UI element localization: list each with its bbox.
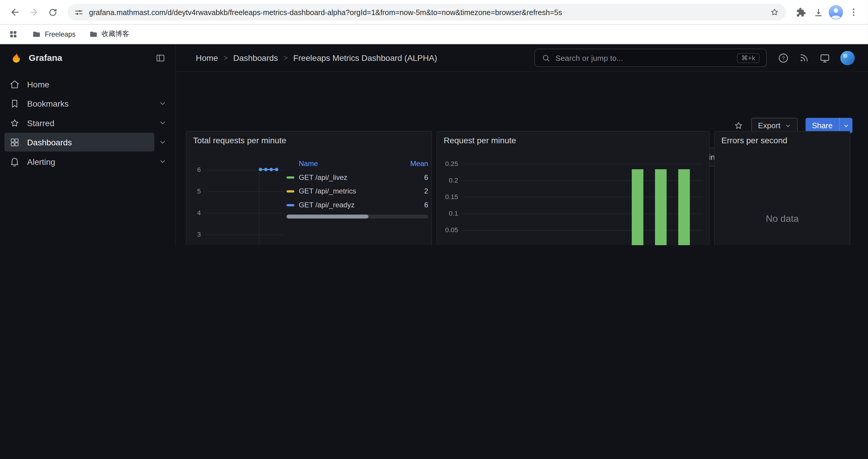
dashboard-header: Home > Dashboards > Freeleaps Metrics Da… [176, 44, 868, 72]
legend-value: 6 [395, 201, 428, 209]
y-axis-tick: 5 [186, 188, 201, 195]
gridline [203, 170, 284, 170]
breadcrumb-current: Freeleaps Metrics Dashboard (ALPHA) [293, 53, 437, 63]
favorite-star-icon[interactable] [734, 121, 744, 131]
reload-button[interactable] [43, 3, 62, 22]
sidebar-item-alerting[interactable]: Alerting [4, 152, 171, 171]
help-icon[interactable]: ? [778, 52, 789, 63]
breadcrumb: Home > Dashboards > Freeleaps Metrics Da… [196, 53, 437, 63]
screen: grafana.mathmast.com/d/deytv4rwavabkb/fr… [0, 0, 868, 245]
apps-grid-icon [9, 137, 20, 147]
no-data-message: No data [715, 154, 850, 245]
monitor-icon[interactable] [819, 52, 830, 63]
gridline [462, 164, 703, 164]
legend-column-header[interactable]: Mean [395, 159, 428, 167]
forward-button[interactable] [24, 3, 43, 22]
chevron-down-icon[interactable] [154, 119, 171, 127]
y-axis-tick: 4 [186, 209, 201, 217]
svg-text:?: ? [782, 55, 785, 61]
breadcrumb-dashboards[interactable]: Dashboards [233, 53, 278, 63]
bar [655, 169, 666, 245]
sidebar-collapse-icon[interactable] [155, 53, 165, 63]
sidebar-item-starred[interactable]: Starred [4, 113, 171, 132]
panel-title[interactable]: Errors per second [721, 136, 787, 145]
bookmark-folder-freeleaps[interactable]: Freeleaps [32, 30, 75, 38]
brand-row: Grafana [0, 44, 176, 72]
chevron-down-icon[interactable] [154, 138, 171, 146]
sidebar-item-dashboards[interactable]: Dashboards [4, 133, 171, 152]
legend-value: 6 [395, 173, 428, 182]
browser-toolbar: grafana.mathmast.com/d/deytv4rwavabkb/fr… [0, 0, 868, 24]
share-label: Share [812, 121, 833, 130]
search-shortcut-badge: ⌘+k [737, 53, 760, 63]
panel-total-requests-per-minute: Total requests per minute NameMeanGET /a… [186, 131, 432, 245]
y-axis-tick: 0.15 [437, 193, 458, 201]
y-axis-tick: 0.2 [437, 176, 458, 184]
sidebar-item-label: Alerting [27, 157, 55, 166]
legend-table: NameMeanGET /api/_livez6GET /api/_metric… [286, 156, 428, 212]
series-color-swatch [286, 190, 294, 192]
browser-menu-icon[interactable] [845, 3, 862, 21]
legend-series-name: GET /api/_livez [286, 173, 395, 182]
back-button[interactable] [6, 3, 25, 22]
bell-icon [9, 156, 20, 167]
bookmark-folder-blog[interactable]: 收藏博客 [89, 29, 129, 39]
sidebar: Grafana Home Bookmarks [0, 44, 176, 245]
url-text: grafana.mathmast.com/d/deytv4rwavabkb/fr… [89, 8, 764, 16]
breadcrumb-separator: > [284, 54, 288, 62]
star-icon [9, 118, 20, 128]
browser-profile-avatar[interactable] [827, 3, 845, 21]
panel-request-per-minute: Request per minute 2xx Mean: 0.233 Max: … [436, 131, 710, 245]
sidebar-item-bookmarks[interactable]: Bookmarks [4, 94, 171, 113]
search-input[interactable]: Search or jump to... ⌘+k [534, 49, 767, 67]
url-bar[interactable]: grafana.mathmast.com/d/deytv4rwavabkb/fr… [67, 4, 786, 21]
gridline [203, 213, 284, 214]
legend-scrollbar[interactable] [286, 215, 428, 219]
sidebar-item-label: Bookmarks [27, 99, 68, 108]
home-icon [9, 79, 20, 90]
bookmark-label: Freeleaps [45, 30, 75, 38]
bookmarks-bar: Freeleaps 收藏博客 [0, 24, 868, 44]
panel-title[interactable]: Request per minute [444, 136, 516, 145]
legend-row[interactable]: GET /api/_livez6 [286, 170, 428, 184]
bookmark-label: 收藏博客 [102, 29, 129, 39]
series-color-swatch [286, 204, 294, 206]
downloads-icon[interactable] [809, 3, 827, 21]
bookmark-icon [9, 98, 20, 109]
export-label: Export [758, 121, 780, 130]
reload-icon [47, 7, 58, 18]
brand-name: Grafana [29, 53, 62, 63]
legend-series-name: GET /api/_metrics [286, 187, 395, 195]
apps-shortcut-icon[interactable] [8, 28, 19, 39]
gridline [259, 167, 259, 245]
sidebar-item-label: Starred [27, 118, 54, 128]
chevron-down-icon[interactable] [154, 100, 171, 107]
gridline [203, 191, 284, 192]
sidebar-item-home[interactable]: Home [4, 75, 171, 94]
chevron-down-icon [843, 123, 849, 129]
legend-series-name: GET /api/_readyz [286, 201, 395, 209]
legend-column-header[interactable]: Name [286, 159, 395, 167]
avatar [840, 51, 855, 65]
folder-icon [32, 30, 41, 38]
user-avatar[interactable] [840, 51, 855, 65]
y-axis-tick: 6 [186, 166, 201, 174]
grafana-logo-icon[interactable] [10, 52, 23, 64]
panel-errors-per-second: Errors per second No data [714, 131, 850, 245]
extensions-icon[interactable] [792, 3, 809, 21]
y-axis-tick: 0.1 [437, 210, 458, 218]
site-info-icon[interactable] [74, 7, 84, 17]
gridline [203, 234, 284, 235]
chevron-down-icon[interactable] [154, 158, 171, 165]
panel-title[interactable]: Total requests per minute [193, 136, 286, 145]
scrollbar-thumb[interactable] [286, 215, 369, 219]
back-icon [9, 6, 20, 18]
legend-value: 2 [395, 187, 428, 195]
legend-row[interactable]: GET /api/_readyz6 [286, 198, 428, 212]
y-axis-tick: 0.05 [437, 226, 458, 234]
legend-row[interactable]: GET /api/_metrics2 [286, 184, 428, 198]
bar [632, 169, 643, 245]
rss-icon[interactable] [799, 53, 809, 63]
breadcrumb-home[interactable]: Home [196, 53, 218, 63]
bookmark-star-icon[interactable] [770, 7, 780, 17]
